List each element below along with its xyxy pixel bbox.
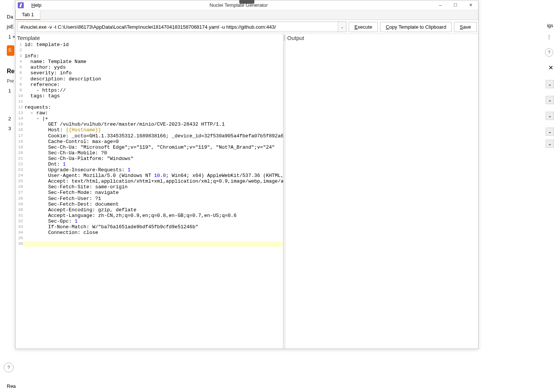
- tab-bar: Tab 1: [15, 10, 478, 20]
- template-title: Template: [15, 34, 283, 42]
- close-button[interactable]: ✕: [463, 0, 478, 10]
- code-line[interactable]: Sec-Ch-Ua-Mobile: ?0: [23, 150, 283, 156]
- code-line[interactable]: Host: {{Hostname}}: [23, 127, 283, 133]
- code-line[interactable]: requests:: [23, 105, 283, 110]
- code-line[interactable]: description: description: [23, 76, 283, 82]
- bg-text: 2: [8, 116, 11, 121]
- code-line[interactable]: GET /vulhub/vulhub/tree/master/minio/CVE…: [23, 121, 283, 127]
- bg-text: jsE: [7, 24, 14, 29]
- bg-text: 3: [8, 126, 11, 131]
- command-input[interactable]: [17, 22, 338, 32]
- bg-heading: Re: [7, 68, 14, 75]
- maximize-button[interactable]: ☐: [448, 0, 463, 10]
- code-line[interactable]: Cookie: _octo=GH1.1.334535312.1689838166…: [23, 133, 283, 139]
- code-line[interactable]: severity: info: [23, 70, 283, 76]
- bg-status: Rea: [7, 383, 16, 389]
- code-line[interactable]: Accept-Language: zh-CN,zh;q=0.9,en;q=0.8…: [23, 213, 283, 218]
- code-line[interactable]: Sec-Ch-Ua: "Microsoft Edge";v="119", "Ch…: [23, 145, 283, 150]
- code-line[interactable]: Accept-Encoding: gzip, deflate: [23, 207, 283, 213]
- content-area: Template 1234567891011121314151617181920…: [15, 34, 478, 349]
- line-gutter: 1234567891011121314151617181920212223242…: [15, 42, 23, 349]
- minimize-button[interactable]: ─: [433, 0, 448, 10]
- code-line[interactable]: Sec-Fetch-Site: same-origin: [23, 184, 283, 190]
- code-line[interactable]: [23, 241, 283, 247]
- splitter-handle[interactable]: [283, 34, 286, 349]
- tab-1[interactable]: Tab 1: [15, 9, 40, 20]
- command-dropdown-icon[interactable]: [338, 22, 346, 32]
- bg-orange-button[interactable]: S: [7, 45, 14, 56]
- window-title: Nuclei Template Generator: [45, 2, 433, 8]
- code-line[interactable]: Accept: text/html,application/xhtml+xml,…: [23, 178, 283, 184]
- code-line[interactable]: author: yyds: [23, 65, 283, 70]
- bg-dropdown[interactable]: [546, 96, 554, 104]
- bg-text: 1 ×: [8, 34, 15, 40]
- bg-dropdown[interactable]: [546, 128, 554, 136]
- app-icon: [18, 2, 24, 8]
- copy-template-button[interactable]: Copy Template to Clipboard: [380, 22, 452, 32]
- code-line[interactable]: User-Agent: Mozilla/5.0 (Windows NT 10.0…: [23, 173, 283, 178]
- help-menu[interactable]: Help: [28, 1, 45, 9]
- code-line[interactable]: Upgrade-Insecure-Requests: 1: [23, 167, 283, 173]
- bg-text: Pre: [7, 78, 14, 84]
- code-line[interactable]: Sec-Gpc: 1: [23, 218, 283, 224]
- template-pane: Template 1234567891011121314151617181920…: [15, 34, 283, 349]
- code-line[interactable]: - raw:: [23, 110, 283, 116]
- bg-dropdown[interactable]: [546, 140, 554, 148]
- bg-dropdown[interactable]: [546, 112, 554, 120]
- code-line[interactable]: [23, 99, 283, 105]
- window-controls: ─ ☐ ✕: [433, 0, 478, 10]
- title-notch: [239, 0, 254, 4]
- code-line[interactable]: Cache-Control: max-age=0: [23, 139, 283, 145]
- code-line[interactable]: reference:: [23, 82, 283, 88]
- code-line[interactable]: Sec-Fetch-Dest: document: [23, 201, 283, 207]
- code-editor[interactable]: 1234567891011121314151617181920212223242…: [15, 42, 283, 349]
- output-title: Output: [286, 34, 478, 42]
- code-line[interactable]: Sec-Ch-Ua-Platform: "Windows": [23, 156, 283, 161]
- code-line[interactable]: - |+: [23, 116, 283, 121]
- bg-text: 1: [8, 88, 11, 94]
- code-line[interactable]: Dnt: 1: [23, 161, 283, 167]
- bg-text: Da: [7, 14, 13, 20]
- code-line[interactable]: Sec-Fetch-Mode: navigate: [23, 190, 283, 195]
- output-pane: Output: [286, 34, 478, 349]
- titlebar[interactable]: Help Nuclei Template Generator ─ ☐ ✕: [15, 0, 478, 10]
- save-button[interactable]: Save: [454, 22, 477, 32]
- code-line[interactable]: [23, 235, 283, 241]
- code-line[interactable]: Sec-Fetch-User: ?1: [23, 196, 283, 201]
- toolbar: Execute Copy Template to Clipboard Save: [15, 20, 478, 34]
- bg-text: igs: [547, 23, 553, 28]
- bg-close-icon[interactable]: ✕: [548, 64, 553, 71]
- execute-button[interactable]: Execute: [349, 22, 378, 32]
- code-line[interactable]: [23, 48, 283, 53]
- help-icon[interactable]: ?: [4, 363, 14, 372]
- code-line[interactable]: id: template-id: [23, 42, 283, 48]
- command-combo: [17, 22, 346, 32]
- code-line[interactable]: tags: tags: [23, 93, 283, 99]
- code-line[interactable]: - https://: [23, 88, 283, 93]
- help-icon[interactable]: ?: [545, 48, 553, 57]
- code-line[interactable]: info:: [23, 53, 283, 59]
- code-line[interactable]: If-None-Match: W/"ba76a1651ade9bdf45fb9c…: [23, 224, 283, 230]
- output-area[interactable]: [286, 42, 478, 349]
- bg-menu-dots-icon[interactable]: ⋮: [546, 34, 552, 40]
- main-window: Help Nuclei Template Generator ─ ☐ ✕ Tab…: [15, 0, 479, 349]
- code-area[interactable]: id: template-id info: name: Template Nam…: [23, 42, 283, 349]
- bg-dropdown[interactable]: [546, 80, 554, 88]
- code-line[interactable]: name: Template Name: [23, 59, 283, 65]
- code-line[interactable]: Connection: close: [23, 230, 283, 235]
